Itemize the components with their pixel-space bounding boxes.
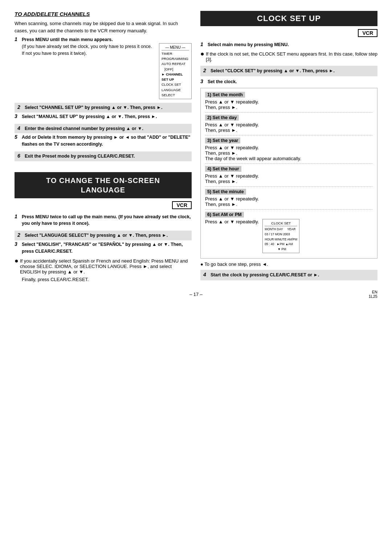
step-5-content: Add or Delete it from memory by pressing…: [22, 134, 192, 148]
clock-step-2: 2 Select "CLOCK SET" by pressing ▲ or ▼.…: [200, 66, 377, 76]
step-4-content: Enter the desired channel number by pres…: [25, 125, 143, 132]
step-2: 2 Select "CHANNEL SET UP" by pressing ▲ …: [15, 103, 192, 113]
step-4-main: Enter the desired channel number by pres…: [25, 126, 143, 131]
add-delete-section: TO ADD/DELETE CHANNELS When scanning, so…: [15, 11, 192, 161]
step-1-sub: (If you have already set the clock, you …: [22, 43, 155, 57]
language-vcr-badge: VCR: [172, 201, 192, 209]
step-4: 4 Enter the desired channel number by pr…: [15, 124, 192, 134]
menu-item-3: ► CHANNEL SET UP: [162, 72, 189, 82]
clock-sub-5-label: 5) Set the minute: [205, 189, 246, 195]
step-6-content: Exit the Preset mode by pressing CLEAR/C…: [25, 153, 135, 160]
clock-step-2-num: 2: [203, 68, 208, 73]
clock-sub-2-label: 2) Set the day: [205, 115, 239, 121]
clock-vcr-row: VCR: [200, 29, 377, 39]
clock-bullet-1: ● If the clock is not set, the CLOCK SET…: [200, 51, 377, 62]
clock-sub-1-line2: Then, press ►.: [205, 105, 373, 110]
menu-item-4: CLOCK SET: [162, 82, 189, 87]
clock-sub-5-line1: Press ▲ or ▼ repeatedly.: [205, 196, 373, 202]
clock-img-row5: ▼ PM: [265, 247, 297, 252]
lang-step-2: 2 Select "LANGUAGE SELECT" by pressing ▲…: [15, 231, 192, 240]
lang-step-3-num: 3: [15, 241, 20, 247]
menu-box-title: — MENU —: [162, 45, 189, 50]
clock-step-4-text: Start the clock by pressing CLEAR/C.RESE…: [211, 272, 319, 277]
menu-item-1: TIMER PROGRAMMING: [162, 51, 189, 62]
step-2-num: 2: [17, 104, 23, 110]
clock-img-row3: HOUR MINUTE AM/PM: [265, 237, 297, 242]
clock-step-2-content: Select "CLOCK SET" by pressing ▲ or ▼. T…: [211, 68, 335, 74]
clock-sub-6: 6) Set AM or PM Press ▲ or ▼ repeatedly.…: [205, 212, 373, 253]
clock-step-4-num: 4: [203, 272, 208, 277]
clock-sub-2: 2) Set the day Press ▲ or ▼ repeatedly. …: [205, 115, 373, 133]
lang-step-1-content: Press MENU twice to call up the main men…: [22, 214, 192, 227]
clock-sub-1: 1) Set the month Press ▲ or ▼ repeatedly…: [205, 92, 373, 110]
step-3-content: Select "MANUAL SET UP" by pressing ▲ or …: [22, 113, 157, 120]
step-1: 1 Press MENU until the main menu appears…: [15, 36, 192, 99]
clock-sub-2-line1: Press ▲ or ▼ repeatedly.: [205, 122, 373, 127]
clock-sub-3-label: 3) Set the year: [205, 138, 240, 143]
clock-bullet-text: If the clock is not set, the CLOCK SET m…: [206, 51, 377, 62]
divider-2: [205, 135, 373, 135]
bullet-dot-1: ●: [15, 257, 19, 264]
clock-sub-6-row: Press ▲ or ▼ repeatedly. CLOCK SET MONTH…: [205, 219, 373, 253]
footer: – 17 – EN 1L25: [15, 290, 377, 299]
clock-sub-4-line2: Then, press ►.: [205, 179, 373, 184]
step-1-main: Press MENU until the main menu appears.: [22, 37, 113, 42]
clock-step-1: 1 Select main menu by pressing MENU.: [200, 41, 377, 48]
menu-item-2: AUTO REPEAT [OFF]: [162, 61, 189, 72]
go-back-text: ● To go back one step, press ◄.: [200, 261, 268, 267]
lang-step-2-main: Select "LANGUAGE SELECT" by pressing ▲ o…: [25, 233, 168, 238]
language-vcr-row: VCR: [15, 201, 192, 211]
footer-right: EN 1L25: [257, 290, 377, 299]
step-2-content: Select "CHANNEL SET UP" by pressing ▲ or…: [25, 104, 162, 111]
add-delete-intro: When scanning, some channels may be skip…: [15, 20, 192, 34]
clock-step-4: 4 Start the clock by pressing CLEAR/C.RE…: [200, 270, 377, 280]
divider-1: [205, 112, 373, 113]
clock-sub-6-line1: Press ▲ or ▼ repeatedly.: [205, 219, 259, 224]
lang-step-3-main: Select "ENGLISH", "FRANCAIS" or "ESPAÑOL…: [22, 242, 183, 254]
step-2-main: Select "CHANNEL SET UP" by pressing ▲ or…: [25, 105, 162, 110]
left-column: TO ADD/DELETE CHANNELS When scanning, so…: [15, 11, 192, 283]
right-column: CLOCK SET UP VCR 1 Select main menu by p…: [200, 11, 377, 283]
clock-sub-5: 5) Set the minute Press ▲ or ▼ repeatedl…: [205, 189, 373, 207]
add-delete-title: TO ADD/DELETE CHANNELS: [15, 11, 192, 17]
menu-box: — MENU — TIMER PROGRAMMING AUTO REPEAT […: [159, 43, 192, 99]
language-section: TO CHANGE THE ON-SCREENLANGUAGE VCR 1 Pr…: [15, 172, 192, 283]
clock-vcr-badge: VCR: [358, 29, 377, 37]
lang-bullet-1b: Finally, press CLEAR/C.RESET.: [22, 277, 192, 282]
clock-set-image: CLOCK SET MONTH DAY YEAR 03 / 17 MON 200…: [262, 219, 299, 253]
clock-step-3-num: 3: [200, 78, 205, 84]
step-5-num: 5: [15, 134, 20, 140]
step-3-main: Select "MANUAL SET UP" by pressing ▲ or …: [22, 114, 157, 119]
page-container: TO ADD/DELETE CHANNELS When scanning, so…: [15, 11, 377, 299]
go-back-note: ● To go back one step, press ◄.: [200, 261, 377, 267]
clock-sub-1-line1: Press ▲ or ▼ repeatedly.: [205, 99, 373, 105]
footer-model: 1L25: [369, 294, 377, 299]
lang-step-1: 1 Press MENU twice to call up the main m…: [15, 214, 192, 227]
clock-sub-3-line2: Then, press ►.: [205, 150, 373, 156]
clock-step-4-content: Start the clock by pressing CLEAR/C.RESE…: [211, 272, 319, 279]
divider-3: [205, 163, 373, 164]
footer-en: EN: [372, 290, 377, 294]
divider-5: [205, 209, 373, 210]
clock-step-1-content: Select main menu by pressing MENU.: [208, 41, 289, 48]
lang-step-2-content: Select "LANGUAGE SELECT" by pressing ▲ o…: [25, 232, 168, 239]
step-3-num: 3: [15, 113, 20, 119]
lang-step-1-main: Press MENU twice to call up the main men…: [22, 214, 191, 226]
clock-sub-6-label: 6) Set AM or PM: [205, 212, 244, 218]
clock-sub-4-label: 4) Set the hour: [205, 166, 241, 172]
clock-step-2-text: Select "CLOCK SET" by pressing ▲ or ▼. T…: [211, 68, 335, 73]
clock-img-row2: 03 / 17 MON 2003: [265, 232, 297, 237]
clock-img-row1: MONTH DAY YEAR: [265, 227, 297, 232]
step-1-num: 1: [15, 36, 20, 42]
clock-sub-3: 3) Set the year Press ▲ or ▼ repeatedly.…: [205, 138, 373, 161]
clock-step-1-num: 1: [200, 41, 205, 47]
clock-img-title: CLOCK SET: [265, 220, 297, 226]
footer-page-num: – 17 –: [135, 292, 256, 297]
clock-step-3-text: Set the clock.: [208, 79, 237, 84]
clock-sub-3-extra: The day of the week will appear automati…: [205, 156, 373, 161]
clock-bullet-dot: ●: [200, 50, 204, 57]
lang-bullet-1-text: If you accidentally select Spanish or Fr…: [20, 258, 192, 275]
clock-step-3-content: Set the clock.: [208, 78, 237, 85]
divider-4: [205, 186, 373, 187]
lang-step-3: 3 Select "ENGLISH", "FRANCAIS" or "ESPAÑ…: [15, 241, 192, 255]
